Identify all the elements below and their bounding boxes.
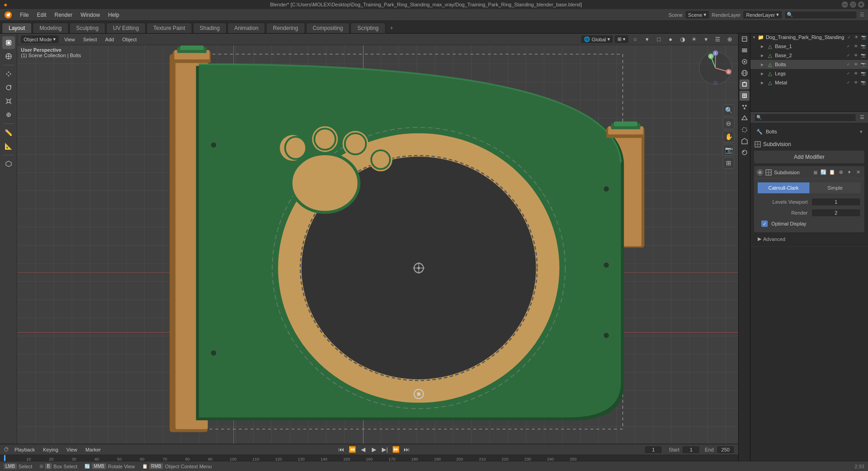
optimal-display-checkbox[interactable]: ✓ xyxy=(761,221,768,227)
jump-start-button[interactable]: ⏮ xyxy=(337,446,345,454)
close-button[interactable]: ✕ xyxy=(858,1,864,8)
transform-space-dropdown[interactable]: 🌐 Global ▾ xyxy=(581,35,613,43)
physics-icon[interactable] xyxy=(740,113,750,123)
dropdown-chevron[interactable]: ▾ xyxy=(860,129,863,135)
proportional-type-button[interactable]: ▾ xyxy=(642,34,652,44)
proportional-button[interactable]: ○ xyxy=(630,34,640,44)
mod-delete-icon[interactable]: ✕ xyxy=(854,169,862,176)
view-layer-properties-icon[interactable] xyxy=(740,45,750,55)
rotate-tool-button[interactable] xyxy=(2,81,15,94)
base2-vis[interactable]: 👁 xyxy=(853,52,859,59)
base1-restrict[interactable]: ✓ xyxy=(845,43,852,49)
tab-animation[interactable]: Animation xyxy=(227,23,265,33)
scene-properties-icon[interactable] xyxy=(740,57,750,67)
shading-settings-button[interactable]: ▾ xyxy=(701,34,711,44)
object-menu-button[interactable]: Object xyxy=(119,36,139,43)
properties-filter-button[interactable]: ☰ xyxy=(860,114,864,120)
scale-tool-button[interactable] xyxy=(2,95,15,108)
legs-vis[interactable]: 👁 xyxy=(853,70,859,77)
next-keyframe-button[interactable]: ⏩ xyxy=(392,446,400,454)
expand-icon[interactable]: ▼ xyxy=(752,34,756,40)
advanced-toggle[interactable]: ▶ Advanced xyxy=(754,234,864,244)
metal-restrict[interactable]: ✓ xyxy=(845,79,852,86)
menu-file[interactable]: File xyxy=(16,11,32,19)
annotate-tool-button[interactable]: ✏️ xyxy=(2,126,15,139)
prev-frame-button[interactable]: ◀ xyxy=(359,446,367,454)
zoom-in-button[interactable]: 🔍 xyxy=(723,104,735,116)
transform-tool-button[interactable] xyxy=(2,108,15,121)
scene-dropdown[interactable]: Scene ▾ xyxy=(686,11,709,19)
tab-rendering[interactable]: Rendering xyxy=(266,23,305,33)
mod-icon-2[interactable]: 🔄 xyxy=(820,169,827,176)
visibility-icon[interactable]: 👁 xyxy=(853,34,860,40)
add-cube-button[interactable] xyxy=(2,157,15,170)
object-mode-dropdown[interactable]: Object Mode ▾ xyxy=(21,35,59,43)
minimize-button[interactable]: — xyxy=(842,1,848,8)
select-tool-button[interactable] xyxy=(2,36,15,49)
object-data-icon[interactable] xyxy=(740,136,750,146)
bolts-vis[interactable]: 👁 xyxy=(853,61,859,68)
outliner-item-collection[interactable]: ▼ 📁 Dog_Training_Park_Ring_Standing ✓ 👁 … xyxy=(750,33,868,42)
perspective-toggle-button[interactable]: ⊞ xyxy=(723,157,735,169)
lookdev-button[interactable]: ◑ xyxy=(677,34,687,44)
tab-scripting[interactable]: Scripting xyxy=(350,23,385,33)
keying-menu[interactable]: Keying xyxy=(40,446,61,453)
metal-render[interactable]: 📷 xyxy=(860,79,866,86)
output-properties-icon[interactable] xyxy=(740,34,750,44)
view-hand-button[interactable]: ✋ xyxy=(723,131,735,142)
zoom-out-button[interactable]: ⊖ xyxy=(723,118,735,129)
measure-tool-button[interactable]: 📐 xyxy=(2,140,15,152)
tab-compositing[interactable]: Compositing xyxy=(306,23,350,33)
current-frame-input[interactable] xyxy=(644,446,662,454)
playback-menu[interactable]: Playback xyxy=(12,446,38,453)
object-constraints-icon[interactable] xyxy=(740,125,750,135)
object-properties-icon[interactable] xyxy=(740,79,750,89)
catmull-clark-button[interactable]: Catmull-Clark xyxy=(758,182,809,193)
tab-sculpting[interactable]: Sculpting xyxy=(69,23,105,33)
tab-layout[interactable]: Layout xyxy=(2,23,32,33)
expand-metal[interactable]: ▶ xyxy=(760,80,765,85)
wireframe-button[interactable]: □ xyxy=(654,34,664,44)
prev-keyframe-button[interactable]: ⏪ xyxy=(348,446,356,454)
renderlayer-dropdown[interactable]: RenderLayer ▾ xyxy=(743,11,782,19)
select-menu-button[interactable]: Select xyxy=(80,36,100,43)
tab-texture-paint[interactable]: Texture Paint xyxy=(147,23,192,33)
add-workspace-button[interactable]: + xyxy=(386,23,397,33)
levels-viewport-value[interactable]: 1 xyxy=(811,198,861,206)
play-button[interactable]: ▶ xyxy=(370,446,378,454)
jump-end-button[interactable]: ⏭ xyxy=(403,446,411,454)
expand-base1[interactable]: ▶ xyxy=(760,44,765,49)
bolts-restrict[interactable]: ✓ xyxy=(845,61,852,68)
camera-view-button[interactable]: 📷 xyxy=(723,144,735,156)
material-icon[interactable] xyxy=(740,147,750,157)
legs-restrict[interactable]: ✓ xyxy=(845,70,852,77)
outliner-item-base1[interactable]: ▶ △ Base_1 ✓ 👁 📷 xyxy=(750,42,868,51)
render-visibility-icon[interactable]: 📷 xyxy=(861,34,867,40)
mod-icon-3[interactable]: 📋 xyxy=(829,169,836,176)
expand-bolts[interactable]: ▶ xyxy=(760,62,765,67)
menu-help[interactable]: Help xyxy=(104,11,123,19)
menu-window[interactable]: Window xyxy=(77,11,104,19)
view-menu-button[interactable]: View xyxy=(61,36,78,43)
solid-button[interactable]: ● xyxy=(666,34,676,44)
overlay-button[interactable]: ☰ xyxy=(713,34,723,44)
expand-legs[interactable]: ▶ xyxy=(760,71,765,76)
base1-render[interactable]: 📷 xyxy=(860,43,866,49)
modifier-properties-icon[interactable] xyxy=(740,91,750,101)
gizmo-button[interactable]: ⊕ xyxy=(725,34,735,44)
frame-end-input[interactable] xyxy=(716,446,735,454)
expand-base2[interactable]: ▶ xyxy=(760,53,765,58)
modifier-enable-toggle[interactable] xyxy=(757,169,763,176)
cursor-tool-button[interactable] xyxy=(2,50,15,63)
frame-start-input[interactable] xyxy=(682,446,700,454)
tab-shading[interactable]: Shading xyxy=(193,23,227,33)
outliner-item-base2[interactable]: ▶ △ Base_2 ✓ 👁 📷 xyxy=(750,51,868,60)
base2-render[interactable]: 📷 xyxy=(860,52,866,59)
world-properties-icon[interactable] xyxy=(740,68,750,78)
add-menu-button[interactable]: Add xyxy=(103,36,117,43)
rendered-button[interactable]: ☀ xyxy=(689,34,699,44)
mod-icon-4[interactable]: ⊕ xyxy=(837,169,844,176)
properties-search[interactable]: 🔍 xyxy=(754,113,856,122)
mod-icon-1[interactable]: 🖥 xyxy=(811,169,819,176)
next-frame-button[interactable]: ▶| xyxy=(381,446,389,454)
